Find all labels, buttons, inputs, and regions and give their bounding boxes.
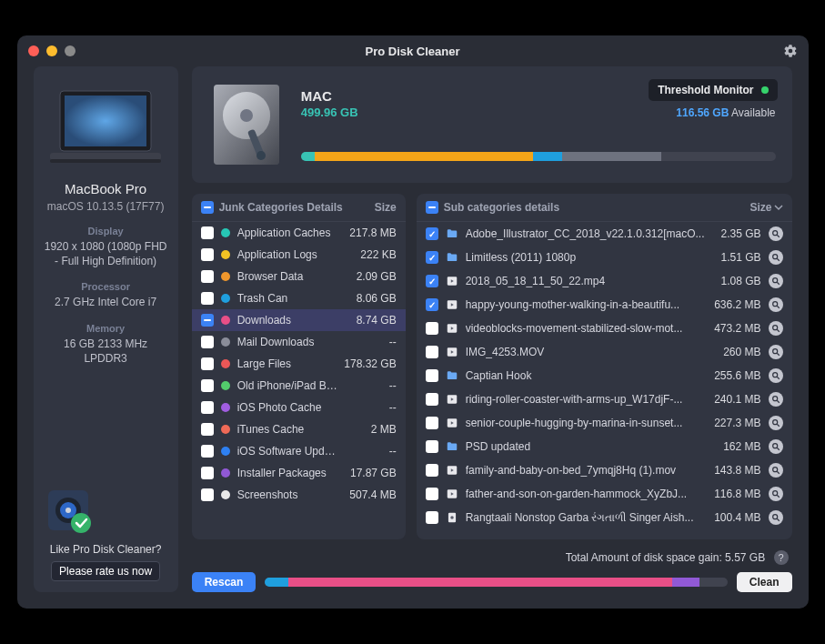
promo-question: Like Pro Disk Cleaner? [43,543,169,556]
subitem-row[interactable]: Rangtaali Nonstop Garba રંગતાળી Singer A… [417,506,792,529]
category-size: 507.4 MB [347,488,397,501]
display-value: 1920 x 1080 (1080p FHD - Full High Defin… [43,239,169,268]
settings-button[interactable] [783,44,798,58]
category-row[interactable]: Installer Packages17.87 GB [192,462,406,484]
svg-line-39 [777,448,780,450]
row-checkbox[interactable] [426,251,438,264]
category-row[interactable]: iTunes Cache2 MB [192,418,406,440]
minimize-icon[interactable] [46,45,57,56]
threshold-label: Threshold Monitor [658,84,753,96]
row-checkbox[interactable] [201,314,214,327]
category-color-icon [221,425,230,434]
category-row[interactable]: Browser Data2.09 GB [192,266,406,287]
category-row[interactable]: Application Caches217.8 MB [192,222,406,244]
subitems-header: Sub categories details Size [417,194,792,222]
subitem-row[interactable]: IMG_4253.MOV260 MB [417,340,792,364]
row-checkbox[interactable] [426,464,438,477]
subitem-size: 100.4 MB [712,511,761,524]
disk-panel: MAC 499.96 GB Threshold Monitor 116.56 G… [192,66,792,183]
subitem-row[interactable]: 2018_05_18_11_50_22.mp41.08 GB [417,269,792,293]
subitem-row[interactable]: PSD updated162 MB [417,435,792,458]
row-checkbox[interactable] [426,440,438,453]
model-name: MacBook Pro [43,181,169,196]
reveal-button[interactable] [769,345,783,359]
category-row[interactable]: Large Files178.32 GB [192,353,406,375]
subitem-row[interactable]: Adobe_Illustrator_CC_2018_v22.1.0.312[ma… [417,222,792,246]
subitem-name: PSD updated [466,440,705,453]
reveal-button[interactable] [769,226,783,241]
row-checkbox[interactable] [426,488,438,500]
reveal-button[interactable] [769,250,783,265]
subitem-row[interactable]: father-and-son-on-garden-hammock_XyZbJ..… [417,482,792,506]
row-checkbox[interactable] [201,401,214,414]
row-checkbox[interactable] [201,445,214,458]
row-checkbox[interactable] [201,467,214,479]
row-checkbox[interactable] [201,357,214,370]
reveal-button[interactable] [769,297,783,312]
help-icon[interactable]: ? [774,550,789,565]
category-row[interactable]: Old iPhone/iPad Backups-- [192,375,406,397]
category-row[interactable]: Trash Can8.06 GB [192,287,406,309]
subitem-size: 260 MB [712,346,761,358]
category-row[interactable]: iOS Photo Cache-- [192,397,406,418]
reveal-button[interactable] [769,463,783,478]
reveal-button[interactable] [769,392,783,407]
rescan-button[interactable]: Rescan [192,572,257,592]
threshold-monitor[interactable]: Threshold Monitor [649,79,777,101]
reveal-button[interactable] [769,321,783,336]
laptop-icon [46,88,165,166]
reveal-button[interactable] [769,416,783,430]
row-checkbox[interactable] [201,226,214,239]
row-checkbox[interactable] [426,511,438,524]
category-row[interactable]: Screenshots507.4 MB [192,484,406,506]
row-checkbox[interactable] [426,227,438,240]
subitem-size: 162 MB [712,440,761,453]
subitem-row[interactable]: Captian Hook255.6 MB [417,364,792,387]
category-color-icon [221,359,230,368]
row-checkbox[interactable] [426,275,438,287]
category-size: 8.74 GB [347,314,397,327]
row-checkbox[interactable] [201,336,214,348]
subitem-row[interactable]: Limitless (2011) 1080p1.51 GB [417,246,792,269]
subitem-row[interactable]: happy-young-mother-walking-in-a-beautifu… [417,293,792,317]
row-checkbox[interactable] [201,488,214,501]
reveal-button[interactable] [769,439,783,454]
category-row[interactable]: Downloads8.74 GB [192,309,406,331]
zoom-icon[interactable] [65,45,75,56]
subitem-name: 2018_05_18_11_50_22.mp4 [466,275,705,287]
reveal-button[interactable] [769,274,783,288]
subitems-master-checkbox[interactable] [426,201,438,214]
row-checkbox[interactable] [201,270,214,283]
subitem-row[interactable]: family-and-baby-on-bed_7ymqj8Hq (1).mov1… [417,458,792,482]
reveal-button[interactable] [769,510,783,525]
category-color-icon [221,403,230,412]
category-name: Application Logs [237,248,340,261]
category-row[interactable]: iOS Software Updates-- [192,440,406,462]
row-checkbox[interactable] [201,248,214,261]
category-row[interactable]: Application Logs222 KB [192,244,406,266]
rate-button[interactable]: Please rate us now [51,561,160,581]
video-icon [446,488,458,500]
reveal-button[interactable] [769,487,783,501]
row-checkbox[interactable] [426,417,438,429]
row-checkbox[interactable] [426,393,438,406]
display-label: Display [43,226,169,236]
category-row[interactable]: Mail Downloads-- [192,331,406,353]
clean-button[interactable]: Clean [737,572,792,592]
categories-master-checkbox[interactable] [201,201,214,214]
promo-icon [43,485,94,536]
reveal-button[interactable] [769,368,783,383]
row-checkbox[interactable] [201,423,214,436]
row-checkbox[interactable] [426,369,438,382]
close-icon[interactable] [28,45,39,56]
row-checkbox[interactable] [426,298,438,311]
row-checkbox[interactable] [201,292,214,305]
categories-size-header[interactable]: Size [375,201,397,214]
row-checkbox[interactable] [426,322,438,335]
subitems-size-header[interactable]: Size [750,201,782,214]
row-checkbox[interactable] [201,379,214,392]
subitem-row[interactable]: riding-roller-coaster-with-arms-up_W17dj… [417,387,792,411]
subitem-row[interactable]: videoblocks-movement-stabilized-slow-mot… [417,317,792,340]
subitem-row[interactable]: senior-couple-hugging-by-marina-in-sunse… [417,411,792,435]
row-checkbox[interactable] [426,346,438,358]
